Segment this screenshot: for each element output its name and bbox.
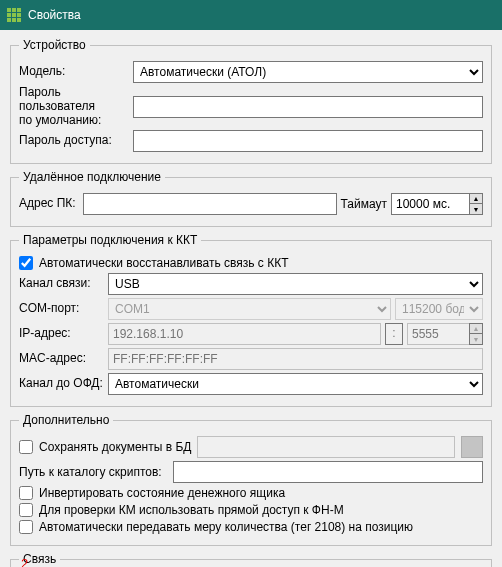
mac-address-input [108,348,483,370]
com-port-label: COM-порт: [19,302,104,316]
svg-rect-5 [17,13,21,17]
svg-rect-3 [7,13,11,17]
app-icon [6,7,22,23]
timeout-up[interactable]: ▲ [470,194,482,204]
ip-port-down: ▼ [470,334,482,344]
user-password-label: Пароль пользователя по умолчанию: [19,86,129,127]
svg-rect-7 [12,18,16,22]
access-password-input[interactable] [133,130,483,152]
window-title: Свойства [28,8,81,22]
group-device: Устройство Модель: Автоматически (АТОЛ) … [10,38,492,164]
group-remote-legend: Удалённое подключение [19,170,165,184]
ip-address-input [108,323,381,345]
ip-port-spinner: ▲ ▼ [407,323,483,345]
pc-address-label: Адрес ПК: [19,197,79,211]
group-remote: Удалённое подключение Адрес ПК: Таймаут … [10,170,492,227]
model-select[interactable]: Автоматически (АТОЛ) [133,61,483,83]
svg-rect-8 [17,18,21,22]
invert-drawer-checkbox[interactable] [19,486,33,500]
direct-km-checkbox[interactable] [19,503,33,517]
svg-rect-2 [17,8,21,12]
save-db-checkbox[interactable] [19,440,33,454]
auto-restore-checkbox[interactable] [19,256,33,270]
group-link: Связь 2 Результат: АТОЛ 30Ф, №0010612605… [10,552,492,567]
annotation-2: 2 [21,556,28,567]
svg-rect-6 [7,18,11,22]
svg-rect-0 [7,8,11,12]
pc-address-input[interactable] [83,193,337,215]
group-connection: Параметры подключения к ККТ Автоматическ… [10,233,492,407]
svg-rect-1 [12,8,16,12]
save-db-path-input [197,436,455,458]
channel-label: Канал связи: [19,277,104,291]
group-extra: Дополнительно Сохранять документы в БД П… [10,413,492,546]
ofd-channel-select[interactable]: Автоматически [108,373,483,395]
save-db-label: Сохранять документы в БД [39,440,191,454]
timeout-spinner[interactable]: ▲ ▼ [391,193,483,215]
group-extra-legend: Дополнительно [19,413,113,427]
invert-drawer-label: Инвертировать состояние денежного ящика [39,486,285,500]
auto-restore-label: Автоматически восстанавливать связь с КК… [39,256,288,270]
group-device-legend: Устройство [19,38,90,52]
com-baud-select: 115200 бод [395,298,483,320]
ip-address-label: IP-адрес: [19,327,104,341]
ofd-channel-label: Канал до ОФД: [19,377,104,391]
user-password-input[interactable] [133,96,483,118]
channel-select[interactable]: USB [108,273,483,295]
timeout-input[interactable] [391,193,469,215]
script-path-input[interactable] [173,461,483,483]
save-db-browse-button[interactable] [461,436,483,458]
com-port-select: COM1 [108,298,391,320]
ip-port-input [407,323,469,345]
group-connection-legend: Параметры подключения к ККТ [19,233,201,247]
auto-measure-checkbox[interactable] [19,520,33,534]
ip-port-up: ▲ [470,324,482,334]
model-label: Модель: [19,65,129,79]
timeout-down[interactable]: ▼ [470,204,482,214]
titlebar: Свойства [0,0,502,30]
script-path-label: Путь к каталогу скриптов: [19,465,169,479]
ip-colon: : [385,323,403,345]
direct-km-label: Для проверки КМ использовать прямой дост… [39,503,344,517]
access-password-label: Пароль доступа: [19,134,129,148]
auto-measure-label: Автоматически передавать меру количества… [39,520,413,534]
timeout-label: Таймаут [341,197,387,211]
svg-rect-4 [12,13,16,17]
mac-address-label: MAC-адрес: [19,352,104,366]
